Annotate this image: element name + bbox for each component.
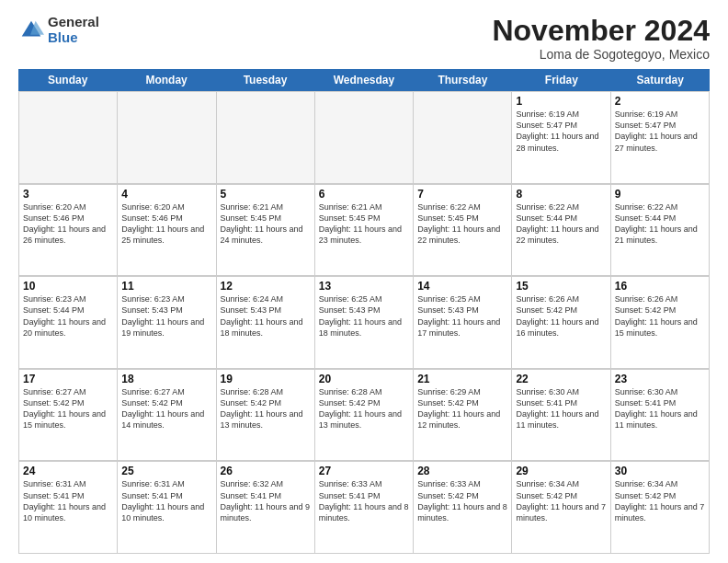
calendar-cell: 9Sunrise: 6:22 AM Sunset: 5:44 PM Daylig… — [611, 185, 710, 277]
weekday-header: Sunday — [18, 69, 117, 91]
sun-info: Sunrise: 6:33 AM Sunset: 5:42 PM Dayligh… — [417, 478, 507, 523]
sun-info: Sunrise: 6:28 AM Sunset: 5:42 PM Dayligh… — [319, 386, 409, 431]
calendar-row: 24Sunrise: 6:31 AM Sunset: 5:41 PM Dayli… — [18, 461, 710, 554]
sun-info: Sunrise: 6:23 AM Sunset: 5:43 PM Dayligh… — [121, 293, 211, 339]
day-number: 9 — [615, 188, 705, 201]
sun-info: Sunrise: 6:25 AM Sunset: 5:43 PM Dayligh… — [417, 293, 507, 339]
day-number: 15 — [516, 280, 606, 293]
weekday-header: Monday — [117, 69, 215, 91]
logo-general-text: General — [48, 15, 99, 30]
calendar-cell — [315, 92, 414, 184]
day-number: 6 — [319, 188, 409, 201]
sun-info: Sunrise: 6:21 AM Sunset: 5:45 PM Dayligh… — [319, 201, 409, 247]
sun-info: Sunrise: 6:19 AM Sunset: 5:47 PM Dayligh… — [615, 109, 705, 154]
sun-info: Sunrise: 6:19 AM Sunset: 5:47 PM Dayligh… — [516, 109, 606, 154]
day-number: 7 — [417, 188, 507, 201]
weekday-header: Tuesday — [216, 69, 314, 91]
calendar-cell: 5Sunrise: 6:21 AM Sunset: 5:45 PM Daylig… — [217, 185, 315, 277]
day-number: 11 — [121, 280, 211, 293]
day-number: 13 — [319, 280, 409, 293]
sun-info: Sunrise: 6:20 AM Sunset: 5:46 PM Dayligh… — [23, 201, 113, 247]
title-block: November 2024 Loma de Sogotegoyo, Mexico — [492, 15, 710, 62]
day-number: 26 — [221, 465, 311, 477]
calendar-cell: 24Sunrise: 6:31 AM Sunset: 5:41 PM Dayli… — [19, 462, 118, 554]
day-number: 12 — [221, 280, 311, 293]
day-number: 21 — [417, 373, 507, 385]
sun-info: Sunrise: 6:22 AM Sunset: 5:44 PM Dayligh… — [516, 201, 606, 247]
header: General Blue November 2024 Loma de Sogot… — [18, 15, 710, 62]
day-number: 2 — [615, 95, 705, 108]
calendar-cell: 12Sunrise: 6:24 AM Sunset: 5:43 PM Dayli… — [217, 277, 315, 369]
calendar-header: SundayMondayTuesdayWednesdayThursdayFrid… — [18, 69, 710, 91]
sun-info: Sunrise: 6:31 AM Sunset: 5:41 PM Dayligh… — [121, 478, 211, 523]
calendar-cell: 15Sunrise: 6:26 AM Sunset: 5:42 PM Dayli… — [512, 277, 610, 369]
sun-info: Sunrise: 6:34 AM Sunset: 5:42 PM Dayligh… — [615, 478, 705, 523]
calendar-cell: 14Sunrise: 6:25 AM Sunset: 5:43 PM Dayli… — [414, 277, 512, 369]
calendar-cell: 7Sunrise: 6:22 AM Sunset: 5:45 PM Daylig… — [414, 185, 512, 277]
weekday-header: Friday — [512, 69, 610, 91]
calendar-cell: 6Sunrise: 6:21 AM Sunset: 5:45 PM Daylig… — [315, 185, 414, 277]
sun-info: Sunrise: 6:31 AM Sunset: 5:41 PM Dayligh… — [23, 478, 113, 523]
day-number: 18 — [121, 373, 211, 385]
sun-info: Sunrise: 6:22 AM Sunset: 5:45 PM Dayligh… — [417, 201, 507, 247]
logo-text: General Blue — [48, 15, 99, 45]
calendar-cell: 17Sunrise: 6:27 AM Sunset: 5:42 PM Dayli… — [19, 370, 118, 462]
day-number: 3 — [23, 188, 113, 201]
logo: General Blue — [18, 15, 99, 45]
day-number: 29 — [516, 465, 606, 477]
day-number: 8 — [516, 188, 606, 201]
day-number: 25 — [121, 465, 211, 477]
calendar-cell: 1Sunrise: 6:19 AM Sunset: 5:47 PM Daylig… — [512, 92, 610, 184]
calendar-cell: 20Sunrise: 6:28 AM Sunset: 5:42 PM Dayli… — [315, 370, 414, 462]
weekday-header: Saturday — [611, 69, 710, 91]
day-number: 24 — [23, 465, 113, 477]
calendar-cell: 13Sunrise: 6:25 AM Sunset: 5:43 PM Dayli… — [315, 277, 414, 369]
calendar-cell: 16Sunrise: 6:26 AM Sunset: 5:42 PM Dayli… — [611, 277, 710, 369]
sun-info: Sunrise: 6:30 AM Sunset: 5:41 PM Dayligh… — [516, 386, 606, 431]
weekday-header: Wednesday — [314, 69, 413, 91]
day-number: 17 — [23, 373, 113, 385]
day-number: 4 — [121, 188, 211, 201]
weekday-header: Thursday — [414, 69, 512, 91]
day-number: 5 — [221, 188, 311, 201]
calendar-cell — [19, 92, 118, 184]
sun-info: Sunrise: 6:28 AM Sunset: 5:42 PM Dayligh… — [221, 386, 311, 431]
calendar-cell: 29Sunrise: 6:34 AM Sunset: 5:42 PM Dayli… — [512, 462, 610, 554]
logo-icon — [18, 17, 44, 43]
day-number: 1 — [516, 95, 606, 108]
sun-info: Sunrise: 6:24 AM Sunset: 5:43 PM Dayligh… — [221, 293, 311, 339]
calendar-cell — [414, 92, 512, 184]
calendar-cell: 10Sunrise: 6:23 AM Sunset: 5:44 PM Dayli… — [19, 277, 118, 369]
day-number: 10 — [23, 280, 113, 293]
calendar-cell: 23Sunrise: 6:30 AM Sunset: 5:41 PM Dayli… — [611, 370, 710, 462]
calendar: SundayMondayTuesdayWednesdayThursdayFrid… — [18, 69, 710, 554]
sun-info: Sunrise: 6:33 AM Sunset: 5:41 PM Dayligh… — [319, 478, 409, 523]
day-number: 28 — [417, 465, 507, 477]
calendar-row: 10Sunrise: 6:23 AM Sunset: 5:44 PM Dayli… — [18, 276, 710, 369]
month-title: November 2024 — [492, 15, 710, 47]
day-number: 14 — [417, 280, 507, 293]
day-number: 23 — [615, 373, 705, 385]
calendar-cell: 27Sunrise: 6:33 AM Sunset: 5:41 PM Dayli… — [315, 462, 414, 554]
calendar-row: 3Sunrise: 6:20 AM Sunset: 5:46 PM Daylig… — [18, 184, 710, 277]
sun-info: Sunrise: 6:23 AM Sunset: 5:44 PM Dayligh… — [23, 293, 113, 339]
sun-info: Sunrise: 6:32 AM Sunset: 5:41 PM Dayligh… — [221, 478, 311, 523]
day-number: 27 — [319, 465, 409, 477]
logo-blue-text: Blue — [48, 30, 99, 46]
sun-info: Sunrise: 6:26 AM Sunset: 5:42 PM Dayligh… — [516, 293, 606, 339]
day-number: 20 — [319, 373, 409, 385]
calendar-cell: 26Sunrise: 6:32 AM Sunset: 5:41 PM Dayli… — [217, 462, 315, 554]
calendar-cell: 25Sunrise: 6:31 AM Sunset: 5:41 PM Dayli… — [118, 462, 216, 554]
day-number: 30 — [615, 465, 705, 477]
calendar-cell: 22Sunrise: 6:30 AM Sunset: 5:41 PM Dayli… — [512, 370, 610, 462]
sun-info: Sunrise: 6:26 AM Sunset: 5:42 PM Dayligh… — [615, 293, 705, 339]
calendar-cell: 21Sunrise: 6:29 AM Sunset: 5:42 PM Dayli… — [414, 370, 512, 462]
sun-info: Sunrise: 6:30 AM Sunset: 5:41 PM Dayligh… — [615, 386, 705, 431]
page: General Blue November 2024 Loma de Sogot… — [0, 0, 728, 563]
day-number: 22 — [516, 373, 606, 385]
sun-info: Sunrise: 6:29 AM Sunset: 5:42 PM Dayligh… — [417, 386, 507, 431]
calendar-cell: 11Sunrise: 6:23 AM Sunset: 5:43 PM Dayli… — [118, 277, 216, 369]
calendar-cell: 4Sunrise: 6:20 AM Sunset: 5:46 PM Daylig… — [118, 185, 216, 277]
sun-info: Sunrise: 6:22 AM Sunset: 5:44 PM Dayligh… — [615, 201, 705, 247]
calendar-body: 1Sunrise: 6:19 AM Sunset: 5:47 PM Daylig… — [18, 91, 710, 554]
